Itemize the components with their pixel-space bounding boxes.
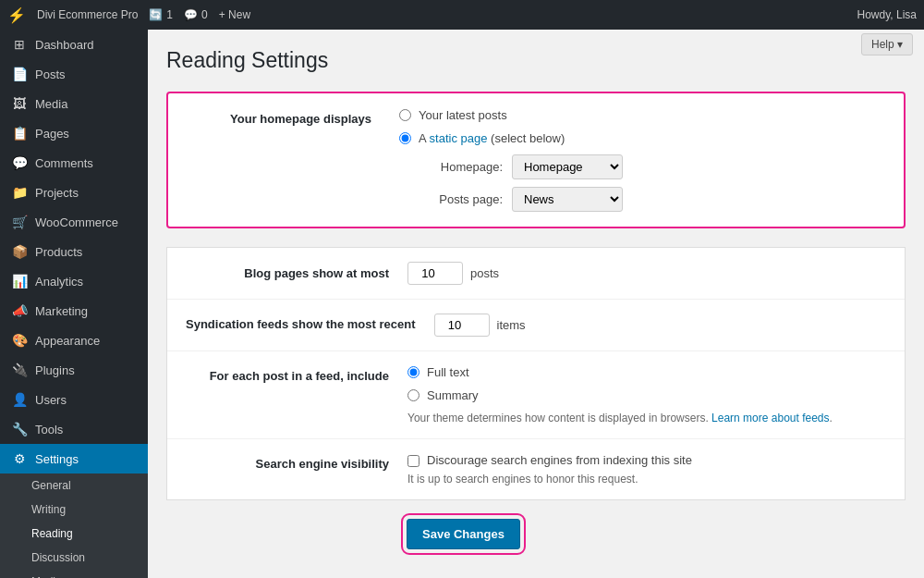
learn-more-link[interactable]: Learn more about feeds (711, 412, 829, 424)
syndication-input[interactable] (434, 314, 490, 337)
radio-static-page-label: A static page (select below) (419, 131, 565, 145)
main-content: Reading Settings Your homepage displays … (148, 30, 924, 578)
sidebar-item-woocommerce[interactable]: 🛒 WooCommerce (0, 207, 148, 237)
settings-submenu: General Writing Reading Discussion Media… (0, 473, 148, 578)
sidebar-label-media: Media (35, 97, 67, 111)
radio-summary-option: Summary (407, 388, 833, 402)
radio-static-page-option: A static page (select below) (399, 131, 623, 145)
sidebar-label-plugins: Plugins (35, 363, 75, 377)
search-visibility-label: Search engine visibility (186, 453, 407, 471)
radio-latest-posts-label: Your latest posts (419, 108, 507, 122)
radio-summary[interactable] (407, 389, 419, 401)
homepage-select-label: Homepage: (419, 160, 503, 174)
sidebar-item-posts[interactable]: 📄 Posts (0, 59, 148, 89)
search-visibility-row: Search engine visibility Discourage sear… (167, 439, 905, 499)
save-section: Save Changes (166, 519, 906, 549)
search-visibility-checkbox[interactable] (407, 455, 419, 467)
search-visibility-checkbox-label: Discourage search engines from indexing … (427, 453, 692, 467)
radio-fulltext[interactable] (407, 366, 419, 378)
sidebar-label-products: Products (35, 245, 82, 259)
projects-icon: 📁 (11, 185, 28, 200)
sidebar-item-pages[interactable]: 📋 Pages (0, 118, 148, 148)
sidebar-label-tools: Tools (35, 423, 63, 437)
sidebar-label-projects: Projects (35, 186, 79, 200)
submenu-media[interactable]: Media (0, 570, 148, 578)
radio-latest-posts[interactable] (399, 109, 411, 121)
radio-latest-posts-option: Your latest posts (399, 108, 623, 122)
sidebar-item-dashboard[interactable]: ⊞ Dashboard (0, 30, 148, 59)
sidebar-label-marketing: Marketing (35, 304, 88, 318)
updates-icon: 🔄 (149, 8, 163, 21)
sidebar-label-comments: Comments (35, 156, 93, 170)
submenu-discussion[interactable]: Discussion (0, 546, 148, 570)
syndication-label: Syndication feeds show the most recent (186, 314, 434, 331)
marketing-icon: 📣 (11, 303, 28, 318)
sidebar-item-plugins[interactable]: 🔌 Plugins (0, 355, 148, 385)
sidebar-item-projects[interactable]: 📁 Projects (0, 178, 148, 207)
syndication-input-wrap: items (434, 314, 526, 337)
search-visibility-checkbox-row: Discourage search engines from indexing … (407, 453, 692, 467)
help-button[interactable]: Help ▾ (861, 33, 913, 55)
page-title: Reading Settings (166, 48, 906, 73)
static-page-link[interactable]: static page (430, 131, 488, 145)
sidebar-item-media[interactable]: 🖼 Media (0, 89, 148, 118)
sidebar-label-pages: Pages (35, 127, 69, 141)
posts-page-select[interactable]: News Blog Posts (512, 187, 623, 212)
sidebar-item-comments[interactable]: 💬 Comments (0, 148, 148, 178)
admin-bar: ⚡ Divi Ecommerce Pro 🔄 1 💬 0 + New Howdy… (0, 0, 924, 30)
sidebar-label-appearance: Appearance (35, 334, 100, 348)
sidebar-item-analytics[interactable]: 📊 Analytics (0, 266, 148, 296)
sidebar-item-users[interactable]: 👤 Users (0, 385, 148, 414)
feed-include-label: For each post in a feed, include (186, 365, 407, 383)
users-icon: 👤 (11, 392, 28, 407)
sidebar-item-products[interactable]: 📦 Products (0, 237, 148, 266)
sidebar-label-woocommerce: WooCommerce (35, 215, 118, 229)
radio-fulltext-label: Full text (427, 365, 469, 379)
new-button[interactable]: + New (219, 8, 250, 21)
posts-page-select-label: Posts page: (419, 192, 503, 206)
syndication-suffix: items (497, 318, 526, 332)
submenu-writing[interactable]: Writing (0, 498, 148, 522)
homepage-options-container: Your latest posts A static page (select … (399, 108, 623, 212)
media-icon: 🖼 (11, 96, 28, 111)
homepage-select[interactable]: Homepage About Contact (512, 154, 623, 179)
comments-sidebar-icon: 💬 (11, 155, 28, 170)
sidebar-item-tools[interactable]: 🔧 Tools (0, 414, 148, 444)
dashboard-icon: ⊞ (11, 37, 28, 52)
comments-bar[interactable]: 💬 0 (184, 8, 208, 21)
homepage-select-row: Homepage: Homepage About Contact (419, 154, 623, 179)
analytics-icon: 📊 (11, 274, 28, 289)
updates-bar[interactable]: 🔄 1 (149, 8, 173, 21)
settings-icon: ⚙ (11, 451, 28, 466)
site-name-bar[interactable]: Divi Ecommerce Pro (37, 8, 138, 21)
woocommerce-icon: 🛒 (11, 215, 28, 229)
feed-include-options: Full text Summary Your theme determines … (407, 365, 833, 424)
sidebar-label-users: Users (35, 393, 67, 407)
wp-logo-icon[interactable]: ⚡ (7, 6, 26, 24)
posts-icon: 📄 (11, 67, 28, 81)
pages-icon: 📋 (11, 126, 28, 141)
sidebar-item-settings[interactable]: ⚙ Settings (0, 444, 148, 473)
radio-summary-label: Summary (427, 388, 479, 402)
radio-static-page[interactable] (399, 132, 411, 144)
sidebar-item-marketing[interactable]: 📣 Marketing (0, 296, 148, 326)
products-icon: 📦 (11, 244, 28, 259)
sidebar-label-posts: Posts (35, 68, 66, 81)
blog-pages-suffix: posts (470, 266, 499, 280)
syndication-row: Syndication feeds show the most recent i… (167, 300, 905, 351)
blog-pages-input-wrap: posts (407, 262, 499, 285)
feed-include-row: For each post in a feed, include Full te… (167, 351, 905, 439)
submenu-general[interactable]: General (0, 473, 148, 498)
blog-pages-input[interactable] (407, 262, 463, 285)
blog-pages-row: Blog pages show at most posts (167, 248, 905, 300)
submenu-reading[interactable]: Reading (0, 522, 148, 546)
feed-info-text: Your theme determines how content is dis… (407, 412, 833, 424)
homepage-section: Your homepage displays Your latest posts… (166, 92, 906, 228)
comments-icon: 💬 (184, 8, 198, 21)
save-changes-button[interactable]: Save Changes (407, 519, 520, 549)
radio-fulltext-option: Full text (407, 365, 833, 379)
posts-page-select-row: Posts page: News Blog Posts (419, 187, 623, 212)
search-visibility-info: It is up to search engines to honor this… (407, 473, 692, 486)
sidebar: ⊞ Dashboard 📄 Posts 🖼 Media 📋 Pages 💬 Co… (0, 30, 148, 578)
sidebar-item-appearance[interactable]: 🎨 Appearance (0, 326, 148, 355)
